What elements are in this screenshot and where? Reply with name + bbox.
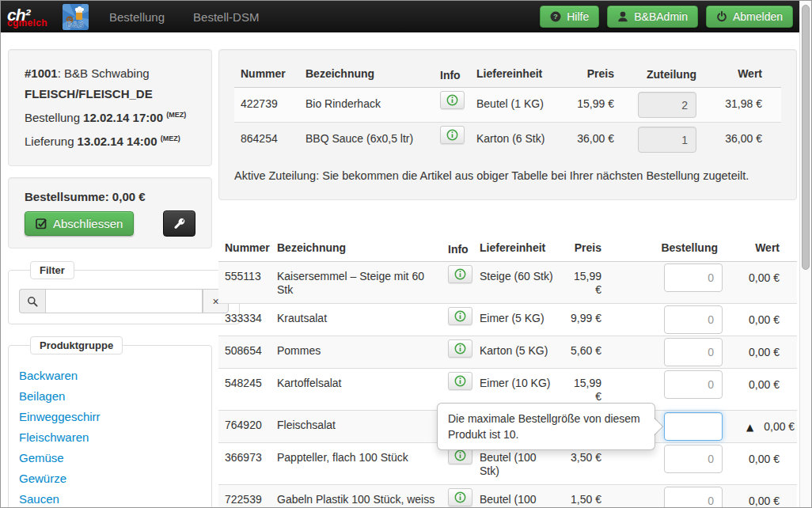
- top-navbar: ch² cgmelch B&B Bestellung Bestell-DSM ?: [1, 1, 799, 32]
- cell-nummer: 764920: [218, 411, 271, 443]
- bestellung-input[interactable]: [664, 263, 723, 292]
- product-group-link[interactable]: Backwaren: [19, 369, 78, 382]
- user-label: B&BAdmin: [634, 10, 688, 23]
- cell-bestellung: [617, 336, 740, 369]
- allocation-row: 422739Bio RinderhackBeutel (1 KG)15,99 €…: [234, 88, 781, 123]
- cell-nummer: 722539: [218, 485, 271, 508]
- page-scrollbar[interactable]: [799, 1, 811, 507]
- cell-preis: 5,60 €: [562, 336, 617, 369]
- nav-item-bestell-dsm[interactable]: Bestell-DSM: [193, 10, 259, 24]
- col-header-liefereinheit: Liefereinheit: [480, 235, 562, 262]
- bestellung-input[interactable]: [664, 370, 723, 399]
- info-button[interactable]: [440, 91, 465, 109]
- filter-input[interactable]: [45, 289, 203, 313]
- product-groups-legend: Produktgruppe: [30, 336, 123, 354]
- svg-text:B&B: B&B: [66, 21, 84, 29]
- cell-wert-value: 0,00 €: [764, 420, 795, 433]
- cell-wert-value: 0,00 €: [749, 313, 780, 326]
- product-groups-panel: Produktgruppe BackwarenBeilagenEinwegges…: [8, 336, 212, 508]
- tooltip-arrow-icon: [655, 418, 663, 435]
- order-timezone: (MEZ): [166, 111, 186, 119]
- customer-name: : B&B Schwabing: [58, 66, 150, 80]
- cell-wert: 31,98 €: [703, 88, 781, 123]
- info-icon: [454, 491, 466, 503]
- product-group-item: Fleischwaren: [19, 427, 201, 448]
- bestellung-input[interactable]: [664, 445, 723, 473]
- cell-info: [448, 485, 480, 508]
- main-content: Nummer Bezeichnung Info Liefereinheit Pr…: [218, 32, 797, 508]
- product-group-link[interactable]: Gewürze: [19, 472, 66, 485]
- col-header-wert: Wert: [703, 61, 781, 88]
- bb-app-icon[interactable]: B&B: [63, 4, 89, 30]
- user-account-button[interactable]: B&BAdmin: [607, 6, 698, 28]
- info-button[interactable]: [448, 372, 472, 390]
- cell-wert: 0,00 €: [740, 485, 797, 508]
- info-button[interactable]: [448, 265, 472, 283]
- cell-wert-value: 0,00 €: [749, 495, 780, 507]
- nav-item-bestellung[interactable]: Bestellung: [109, 10, 165, 24]
- product-group-link[interactable]: Einweggeschirr: [19, 410, 101, 423]
- col-header-preis: Preis: [562, 235, 617, 262]
- pricelist-name: FLEISCH/FLEISCH_DE: [25, 87, 153, 100]
- product-group-link[interactable]: Fleischwaren: [19, 430, 89, 444]
- svg-text:?: ?: [553, 12, 558, 21]
- col-header-nummer: Nummer: [234, 61, 299, 88]
- wrench-icon: [173, 218, 185, 229]
- delivery-timezone: (MEZ): [161, 135, 180, 142]
- cell-wert: 0,00 €: [740, 262, 797, 304]
- tooltip-text: Die maximale Bestellgröße von diesem Pro…: [448, 411, 644, 442]
- bestellung-input[interactable]: [664, 338, 723, 366]
- scrollbar-thumb[interactable]: [802, 5, 810, 270]
- info-button[interactable]: [440, 126, 465, 144]
- cell-preis: 15,99 €: [562, 262, 617, 304]
- help-icon: ?: [550, 11, 561, 22]
- product-group-link[interactable]: Beilagen: [19, 389, 65, 403]
- cell-wert: 0,00 €: [740, 336, 797, 369]
- col-header-bezeichnung: Bezeichnung: [271, 235, 448, 262]
- cell-wert: 0,00 €: [740, 369, 797, 411]
- cell-bezeichnung: Pappteller, flach 100 Stück: [271, 443, 448, 485]
- order-date-label: Bestellung: [25, 111, 80, 124]
- col-header-info: Info: [440, 61, 476, 88]
- cell-wert-value: 0,00 €: [749, 271, 780, 284]
- cell-wert-value: 0,00 €: [749, 378, 780, 391]
- cell-preis: 1,50 €: [562, 485, 617, 508]
- cell-bezeichnung: Kartoffelsalat: [271, 369, 448, 411]
- info-icon: [454, 449, 466, 461]
- hilfe-button[interactable]: ? Hilfe: [540, 6, 599, 28]
- product-groups-list: BackwarenBeilagenEinweggeschirrFleischwa…: [19, 366, 201, 508]
- cell-info: [440, 88, 476, 123]
- cgmelch-logo[interactable]: ch² cgmelch: [7, 6, 53, 28]
- cell-wert: ▲0,00 €: [740, 411, 797, 443]
- product-group-item: Gemüse: [19, 448, 201, 468]
- info-button[interactable]: [448, 339, 472, 358]
- cell-wert: 0,00 €: [740, 443, 797, 485]
- col-header-bestellung: Bestellung: [617, 235, 740, 262]
- col-header-nummer: Nummer: [218, 235, 271, 262]
- abmelden-label: Abmelden: [733, 10, 783, 23]
- product-group-item: Backwaren: [19, 366, 201, 386]
- col-header-wert: Wert: [740, 235, 797, 262]
- product-group-item: Beilagen: [19, 386, 201, 407]
- bestellung-input[interactable]: [664, 412, 723, 441]
- product-group-item: Saucen: [19, 489, 201, 508]
- max-order-tooltip: Die maximale Bestellgröße von diesem Pro…: [437, 403, 655, 450]
- bestellung-input[interactable]: [664, 487, 723, 508]
- abschliessen-label: Abschliessen: [53, 217, 123, 230]
- bestellung-input[interactable]: [664, 305, 723, 334]
- abschliessen-button[interactable]: Abschliessen: [25, 211, 134, 236]
- order-number: #1001: [25, 66, 58, 80]
- abmelden-button[interactable]: Abmelden: [706, 6, 793, 28]
- info-icon: [454, 343, 466, 354]
- info-button[interactable]: [448, 488, 472, 506]
- allocation-row: 864254BBQ Sauce (6x0,5 ltr)Karton (6 Stk…: [234, 123, 781, 157]
- product-group-link[interactable]: Gemüse: [19, 451, 64, 464]
- cell-zuteilung: [620, 88, 703, 123]
- cell-liefereinheit: Eimer (5 KG): [480, 304, 562, 336]
- order-row: 508654PommesKarton (5 KG)5,60 €0,00 €: [218, 336, 797, 369]
- order-header-row: Nummer Bezeichnung Info Liefereinheit Pr…: [218, 235, 797, 262]
- product-group-link[interactable]: Saucen: [19, 492, 59, 506]
- settings-wrench-button[interactable]: [163, 210, 195, 237]
- info-icon: [446, 94, 458, 106]
- info-button[interactable]: [448, 307, 472, 325]
